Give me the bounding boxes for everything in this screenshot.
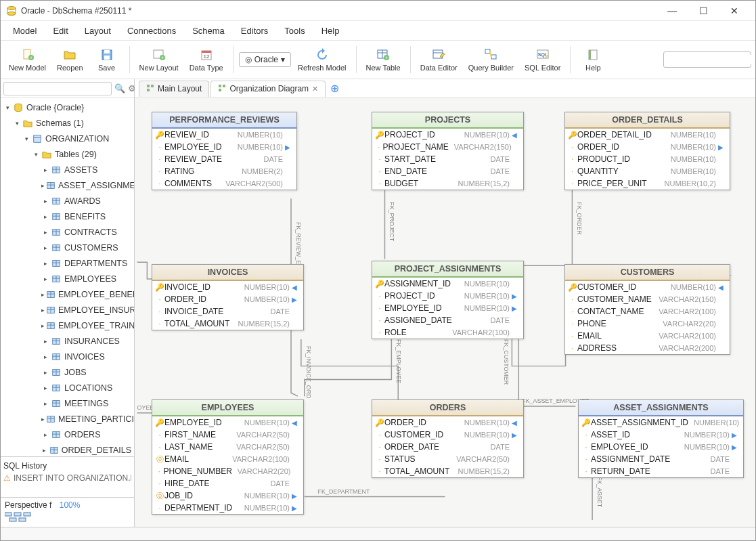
tree-root[interactable]: ▾ Oracle {Oracle} (1, 100, 134, 115)
entity-employees[interactable]: EMPLOYEES🔑EMPLOYEE_IDNUMBER(10)◀·FIRST_N… (152, 399, 304, 515)
entity-column[interactable]: 🔑PROJECT_IDNUMBER(10)◀ (372, 129, 523, 141)
entity-column[interactable]: ·PRODUCT_IDNUMBER(10) (565, 153, 730, 165)
entity-header[interactable]: ORDER_DETAILS (565, 112, 730, 129)
menu-help[interactable]: Help (315, 23, 347, 39)
entity-column[interactable]: ·CUSTOMER_IDNUMBER(10)▶ (372, 429, 523, 441)
tree-schemas[interactable]: ▾ Schemas (1) (1, 115, 134, 131)
maximize-button[interactable]: ☐ (688, 1, 719, 21)
tree-table-orders[interactable]: ▸ORDERS (1, 427, 134, 442)
entity-column[interactable]: ·EMPLOYEE_IDNUMBER(10)▶ (152, 141, 296, 153)
expand-icon[interactable]: ▸ (41, 259, 49, 267)
menu-model[interactable]: Model (6, 23, 43, 39)
entity-column[interactable]: ·BUDGETNUMBER(15,2) (372, 177, 523, 190)
menu-layout[interactable]: Layout (78, 23, 118, 39)
entity-header[interactable]: CUSTOMERS (565, 265, 730, 281)
entity-column[interactable]: ⓪JOB_IDNUMBER(10)▶ (152, 490, 303, 502)
entity-project-assignments[interactable]: PROJECT_ASSIGNMENTS🔑ASSIGNMENT_IDNUMBER(… (372, 261, 524, 339)
tree-table-employee_benefits[interactable]: ▸EMPLOYEE_BENEFITS (1, 286, 134, 302)
tree-table-departments[interactable]: ▸DEPARTMENTS (1, 255, 134, 271)
save-button[interactable]: Save (90, 42, 124, 77)
entity-header[interactable]: INVOICES (152, 265, 303, 281)
menu-tools[interactable]: Tools (277, 23, 311, 39)
data-type-button[interactable]: 12 Data Type (185, 42, 227, 77)
entity-column[interactable]: ·PROJECT_NAMEVARCHAR2(150) (372, 141, 523, 153)
search-icon[interactable]: 🔍 (114, 83, 125, 93)
tree-table-jobs[interactable]: ▸JOBS (1, 364, 134, 380)
tree-schema-org[interactable]: ▾ ORGANIZATION (1, 131, 134, 146)
entity-column[interactable]: ·PHONE_NUMBERVARCHAR2(20) (152, 465, 303, 477)
menu-edit[interactable]: Edit (46, 23, 74, 39)
entity-header[interactable]: ASSET_ASSIGNMENTS (579, 400, 743, 416)
entity-invoices[interactable]: INVOICES🔑INVOICE_IDNUMBER(10)◀·ORDER_IDN… (152, 264, 304, 330)
expand-icon[interactable]: ▸ (41, 446, 48, 454)
tab-main-layout[interactable]: Main Layout (139, 81, 209, 97)
sql-editor-button[interactable]: SQL SQL Editor (520, 42, 564, 77)
tree-tables-hdr[interactable]: ▾ Tables (29) (1, 146, 134, 162)
expand-icon[interactable]: ▸ (41, 181, 45, 190)
expand-icon[interactable]: ▸ (41, 213, 49, 221)
entity-header[interactable]: EMPLOYEES (152, 400, 303, 416)
add-tab-button[interactable]: ⊕ (327, 81, 342, 96)
expand-icon[interactable]: ▸ (41, 197, 49, 205)
tree-table-awards[interactable]: ▸AWARDS (1, 193, 134, 209)
entity-column[interactable]: ·LAST_NAMEVARCHAR2(50) (152, 441, 303, 453)
entity-column[interactable]: ·ORDER_IDNUMBER(10)▶ (565, 141, 730, 153)
tree-table-locations[interactable]: ▸LOCATIONS (1, 380, 134, 395)
db-select[interactable]: ◎ Oracle ▾ (239, 52, 291, 67)
tree-table-benefits[interactable]: ▸BENEFITS (1, 209, 134, 224)
new-table-button[interactable]: + New Table (362, 42, 405, 77)
entity-column[interactable]: ·CUSTOMER_NAMEVARCHAR2(150) (565, 293, 730, 305)
entity-column[interactable]: ·RATINGNUMBER(2) (152, 165, 296, 177)
expand-icon[interactable]: ▸ (41, 399, 49, 408)
entity-column[interactable]: 🔑REVIEW_IDNUMBER(10) (152, 129, 296, 141)
entity-projects[interactable]: PROJECTS🔑PROJECT_IDNUMBER(10)◀·PROJECT_N… (372, 112, 524, 190)
entity-column[interactable]: ·TOTAL_AMOUNTNUMBER(15,2) (152, 318, 303, 330)
tree-table-employee_trainings[interactable]: ▸EMPLOYEE_TRAININGS (1, 318, 134, 333)
expand-icon[interactable]: ▸ (41, 290, 45, 299)
toolbar-search[interactable]: 🔍 (663, 51, 751, 68)
entity-header[interactable]: ORDERS (372, 400, 523, 416)
expand-icon[interactable]: ▸ (41, 384, 49, 392)
query-builder-button[interactable]: Query Builder (464, 42, 518, 77)
tree-table-employees[interactable]: ▸EMPLOYEES (1, 271, 134, 286)
menu-connections[interactable]: Connections (120, 23, 183, 39)
collapse-icon[interactable]: ▾ (13, 119, 21, 127)
entity-column[interactable]: ·COMMENTSVARCHAR2(500) (152, 177, 296, 190)
entity-column[interactable]: ·ASSIGNMENT_DATEDATE (579, 453, 743, 465)
tree-table-asset_assignments[interactable]: ▸ASSET_ASSIGNMENTS (1, 177, 134, 193)
entity-column[interactable]: 🔑INVOICE_IDNUMBER(10)◀ (152, 281, 303, 293)
sidebar-search-input[interactable] (3, 82, 112, 95)
entity-column[interactable]: ·PHONEVARCHAR2(20) (565, 318, 730, 330)
reopen-button[interactable]: Reopen (53, 42, 87, 77)
refresh-model-button[interactable]: Refresh Model (294, 42, 351, 77)
tree-table-customers[interactable]: ▸CUSTOMERS (1, 240, 134, 255)
expand-icon[interactable]: ▸ (41, 228, 49, 236)
zoom-value[interactable]: 100% (60, 500, 81, 510)
entity-column[interactable]: ·ADDRESSVARCHAR2(200) (565, 342, 730, 354)
expand-icon[interactable]: ▸ (41, 322, 45, 330)
tree-table-employee_insurances[interactable]: ▸EMPLOYEE_INSURANCES (1, 302, 134, 318)
tab-org-diagram[interactable]: Organization Diagram ✕ (210, 81, 326, 98)
expand-icon[interactable]: ▸ (41, 306, 45, 314)
entity-column[interactable]: ·ORDER_DATEDATE (372, 441, 523, 453)
tree-table-order_details[interactable]: ▸ORDER_DETAILS (1, 442, 134, 456)
tree-table-insurances[interactable]: ▸INSURANCES (1, 333, 134, 349)
sql-history-item[interactable]: ⚠ INSERT INTO ORGANIZATION.E (3, 472, 131, 484)
entity-column[interactable]: ·FIRST_NAMEVARCHAR2(50) (152, 429, 303, 441)
entity-column[interactable]: ·PRICE_PER_UNITNUMBER(10,2) (565, 177, 730, 190)
entity-column[interactable]: 🔑ASSET_ASSIGNMENT_IDNUMBER(10) (579, 416, 743, 429)
entity-orders[interactable]: ORDERS🔑ORDER_IDNUMBER(10)◀·CUSTOMER_IDNU… (372, 399, 524, 478)
entity-column[interactable]: ·EMPLOYEE_IDNUMBER(10)▶ (579, 441, 743, 453)
expand-icon[interactable]: ▸ (41, 275, 49, 283)
entity-column[interactable]: 🔑ASSIGNMENT_IDNUMBER(10) (372, 278, 523, 290)
collapse-icon[interactable]: ▾ (22, 135, 30, 143)
help-button[interactable]: Help (576, 42, 610, 77)
entity-column[interactable]: ·END_DATEDATE (372, 165, 523, 177)
data-editor-button[interactable]: Data Editor (416, 42, 462, 77)
entity-order-details[interactable]: ORDER_DETAILS🔑ORDER_DETAIL_IDNUMBER(10)·… (564, 112, 730, 190)
entity-column[interactable]: ·EMAILVARCHAR2(100) (565, 330, 730, 342)
entity-column[interactable]: 🔑ORDER_IDNUMBER(10)◀ (372, 416, 523, 429)
toolbar-search-input[interactable] (668, 55, 756, 64)
expand-icon[interactable]: ▸ (41, 368, 49, 376)
collapse-icon[interactable]: ▾ (3, 104, 12, 112)
